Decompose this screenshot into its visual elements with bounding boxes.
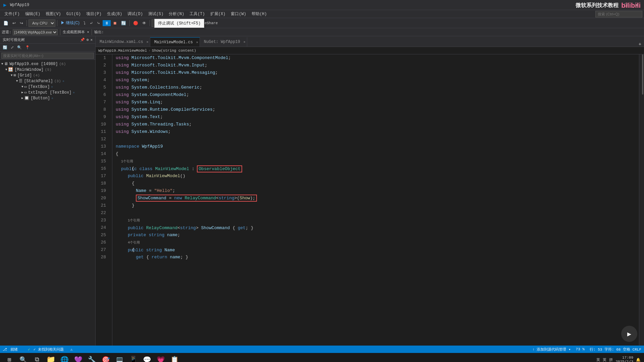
panel-search-input[interactable] [1,53,94,59]
exe-icon: 🖥 [4,61,8,66]
menu-git[interactable]: Git(G) [64,11,84,17]
tree-arrow-icon: ▶ [21,96,23,100]
code-line-6: using System.ComponentModel; [116,91,639,99]
taskbar-lang: 英 [603,357,606,362]
code-editor[interactable]: 1 2 3 4 5 6 7 8 9 10 11 12 13 14 15 16 1… [96,54,644,346]
menu-project[interactable]: 项目(P) [84,10,104,17]
tree-count: (6) [59,62,66,66]
vs-taskbar-icon[interactable]: 💜 [72,354,84,362]
tree-arrow-icon: ▼ [5,68,7,71]
start-button[interactable]: ⊞ [3,354,15,362]
code-line-1: using Microsoft.Toolkit.Mvvm.ComponentMo… [116,54,639,62]
new-project-button[interactable]: 📄 [2,20,10,26]
menu-window[interactable]: 窗口(W) [228,10,249,17]
tree-item-txtinput[interactable]: ▶ ▭ txtInput [TextBox] ⬦ [0,90,95,95]
taskbar-date: 2025/1/3 [615,360,633,362]
tree-label: [Grid] [17,73,32,78]
menu-help[interactable]: 帮助(H) [249,10,270,17]
notification-icon[interactable]: 🔔 [636,358,641,362]
code-line-5: using System.Collections.Generic; [116,84,639,91]
tab-mainviewmodel[interactable]: MainViewModel.cs ✕ [150,37,200,47]
panel-close-icon[interactable]: ✕ [90,38,93,42]
line-num-5: 5 [96,84,109,91]
panel-expand-btn[interactable]: ⤢ [9,45,15,50]
tree-item-textbox[interactable]: ▼ ▭ [TextBox] ⬦ [0,84,95,90]
process-select[interactable]: [14980] WpfApp19.exe [13,29,58,35]
code-line-11: using System.Windows; [116,128,639,136]
add-code-button[interactable]: ↑ 添加到源代码管理 ▾ [532,347,571,352]
restart-button[interactable]: 🔄 [119,20,128,26]
watermark-text: 微软系列技术教程 [576,2,619,9]
git-taskbar-icon[interactable]: 🔧 [86,354,98,362]
undo-button[interactable]: ↩ [11,20,17,26]
explorer-taskbar-icon[interactable]: 📁 [45,354,57,362]
menu-tools[interactable]: 工具(T) [187,10,208,17]
redo-button[interactable]: ↪ [18,20,25,26]
menu-view[interactable]: 视图(V) [43,10,64,17]
left-panel: 实时可视化树 📌 ⚙ ✕ 🔄 ⤢ 🔍 📍 ▼ 🖥 WpfApp19.exe [1… [0,36,96,346]
tab-close-icon[interactable]: ✕ [196,40,198,44]
code-line-4: using System; [116,76,639,84]
tree-label: WpfApp19.exe [14980] [9,62,58,66]
step-over-button[interactable]: ⤵ [82,20,87,26]
panel-refresh-btn[interactable]: 🔄 [1,45,9,50]
app3-taskbar-icon[interactable]: 📱 [127,354,139,362]
code-line-21: } [116,202,639,209]
code-line-7: using System.Linq; [116,99,639,106]
source-control-icon: ⎇ [3,347,7,352]
app5-taskbar-icon[interactable]: 💗 [155,354,167,362]
breadcrumb-member: Show(string content) [152,49,196,53]
breakpoint-button[interactable]: 🔴 [131,20,140,26]
panel-pin-icon[interactable]: 📌 [80,38,85,42]
taskbar-input-method[interactable]: 英 [596,357,600,362]
tab-close-icon[interactable]: ✕ [147,40,149,44]
tab-close-icon[interactable]: ✕ [244,40,246,44]
tree-arrow-icon: ▼ [11,74,12,77]
stack-icon: ☰ [19,79,22,84]
step-into-button[interactable]: ⤶ [88,20,95,26]
line-num-24: 24 [96,224,109,231]
app4-taskbar-icon[interactable]: 💬 [141,354,153,362]
menu-edit[interactable]: 编辑(E) [22,10,43,17]
error-indicator[interactable]: ✓ [28,347,30,352]
taskview-button[interactable]: ⧉ [31,354,43,362]
tab-nuget[interactable]: NuGet: WpfApp19 ✕ [200,37,247,47]
watch-button[interactable]: 👁 [141,20,148,26]
scroll-thumb[interactable] [642,54,643,95]
pause-button[interactable]: ⏸ [103,20,111,26]
tree-item-stackpanel[interactable]: ▼ ☰ [StackPanel] (3) ⬦ [0,78,95,84]
app2-taskbar-icon[interactable]: 💻 [113,354,125,362]
menu-analyze[interactable]: 分析(N) [166,10,187,17]
menu-build[interactable]: 生成(B) [104,10,125,17]
tree-item-grid[interactable]: ▼ ⊞ [Grid] (4) [0,72,95,78]
step-out-button[interactable]: ⤷ [95,20,102,26]
stop-debug-button[interactable]: ⏹ [111,20,119,26]
app1-taskbar-icon[interactable]: 🎯 [100,354,112,362]
global-search-input[interactable] [595,11,642,17]
video-play-button[interactable]: ▶ [621,326,637,342]
edge-taskbar-icon[interactable]: 🌐 [58,354,70,362]
tab-mainwindow-xaml[interactable]: MainWindow.xaml.cs ✕ [96,37,150,47]
new-tab-button[interactable]: + [636,41,644,47]
menu-test[interactable]: 测试(S) [146,10,166,17]
code-line-9: using System.Text; [116,113,639,121]
menu-extensions[interactable]: 扩展(X) [208,10,228,17]
continue-button[interactable]: ▶ 继续(C) [59,19,81,27]
debug-mode-select[interactable]: Any CPU [29,19,55,27]
line-num-13: 13 [96,143,109,150]
panel-settings-icon[interactable]: ⚙ [87,38,89,42]
tree-item-button[interactable]: ▶ 🔲 [Button] ⬦ [0,95,95,101]
tree-item-mainwindow[interactable]: ▼ 🪟 [MainWindow] (5) [0,67,95,72]
stop-tooltip: 停止调试 (Shift+F5) [154,19,204,28]
app6-taskbar-icon[interactable]: 📋 [168,354,180,362]
menu-file[interactable]: 文件(F) [2,10,22,17]
search-taskbar-button[interactable]: 🔍 [17,354,29,362]
panel-track-btn[interactable]: 📍 [24,45,31,50]
panel-filter-btn[interactable]: 🔍 [16,45,23,50]
status-bar: ⎇ 就绪 ✓ ✓ 未找到相关问题 ⚠ ↑ 添加到源代码管理 ▾ 73 % 行: … [0,346,644,353]
line-num-27: 27 [96,246,109,254]
right-scrollbar[interactable] [639,54,644,346]
tree-item-app[interactable]: ▼ 🖥 WpfApp19.exe [14980] (6) [0,61,95,67]
menu-debug[interactable]: 调试(D) [125,10,146,17]
tab-label: NuGet: WpfApp19 [204,40,240,44]
